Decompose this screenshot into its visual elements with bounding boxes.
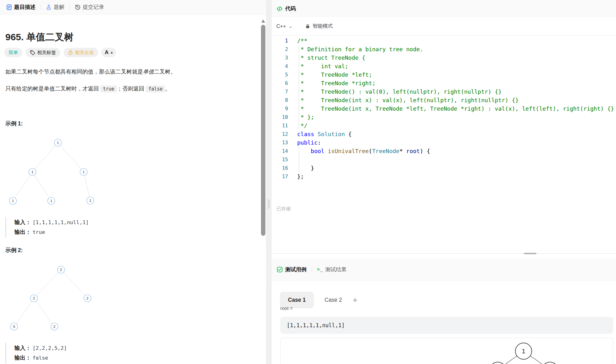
add-case-button[interactable]: + [352, 295, 357, 305]
svg-text:1: 1 [57, 141, 59, 145]
tab-solutions[interactable]: 题解 [45, 3, 66, 11]
terminal-icon: >_ [317, 267, 323, 272]
line-number: 11 [272, 121, 288, 130]
code-line: 16 } [272, 164, 616, 172]
problem-tabbar: 题目描述 题解 提交记录 [0, 0, 266, 14]
smart-mode-toggle[interactable]: 智能模式 [305, 23, 333, 30]
code-panel-title: 代码 [285, 5, 296, 12]
tab-divider [69, 5, 70, 10]
test-tree-visualization: 1 [280, 338, 613, 364]
tab-divider [312, 267, 312, 272]
description-paragraph-1: 如果二叉树每个节点都具有相同的值，那么该二叉树就是单值二叉树。 [5, 67, 207, 76]
tab-testresult[interactable]: >_ 测试结果 [317, 266, 347, 273]
line-number: 9 [272, 104, 288, 113]
svg-text:1: 1 [83, 170, 85, 174]
code-chip-false: false [146, 85, 165, 92]
difficulty-badge[interactable]: 简单 [4, 48, 22, 57]
example-2-io: 输入： [2,2,2,5,2] 输出： false [5, 343, 200, 363]
tag-row: 简单 相关标签 相关企业 Ax [4, 48, 116, 57]
svg-text:2: 2 [60, 268, 62, 272]
line-number: 3 [272, 53, 288, 62]
svg-text:1: 1 [50, 199, 52, 203]
line-number: 17 [272, 172, 288, 181]
tab-testcase[interactable]: 测试用例 [277, 266, 307, 273]
example-2-label: 示例 2: [5, 246, 23, 254]
code-line: 2 * Definition for a binary tree node. [272, 45, 616, 53]
lock-icon [68, 50, 73, 55]
mode-lock-icon [305, 24, 310, 29]
language-label: C++ [276, 24, 286, 29]
line-number: 13 [272, 138, 288, 147]
svg-text:1: 1 [522, 347, 525, 355]
code-line: 11 */ [272, 121, 616, 130]
example-1-output: true [32, 229, 45, 235]
problem-panel: 题目描述 题解 提交记录 965. 单值二叉树 简单 [0, 0, 266, 364]
code-toolbar: C++ ⌄ 智能模式 [272, 17, 616, 35]
test-panel-tabbar: 测试用例 >_ 测试结果 [272, 258, 616, 281]
tab-testcase-label: 测试用例 [285, 266, 307, 273]
code-line: 12class Solution { [272, 130, 616, 138]
line-number: 1 [272, 36, 288, 45]
text-size-button[interactable]: Ax [101, 48, 116, 57]
svg-text:2: 2 [33, 296, 35, 300]
example-1-tree: 1 1 1 1 1 1 [0, 138, 104, 207]
example-2-input: [2,2,2,5,2] [32, 345, 67, 351]
line-number: 7 [272, 87, 288, 96]
line-number: 12 [272, 130, 288, 138]
history-clock-icon [75, 4, 80, 10]
line-number: 6 [272, 79, 288, 87]
panel-divider-handle[interactable] [268, 199, 270, 209]
line-number: 4 [272, 62, 288, 70]
indent-guide [299, 147, 299, 172]
code-line: 14 bool isUnivalTree(TreeNode* root) { [272, 147, 616, 155]
code-line: 10 * }; [272, 113, 616, 121]
svg-text:1: 1 [12, 199, 14, 203]
horizontal-split-line [272, 253, 616, 254]
language-selector[interactable]: C++ ⌄ [276, 24, 292, 29]
line-number: 8 [272, 96, 288, 104]
code-line: 1/** [272, 36, 616, 45]
line-number: 5 [272, 70, 288, 79]
param-label: root = [280, 306, 293, 311]
scroll-up-arrow[interactable] [261, 19, 265, 23]
tab-solutions-label: 题解 [54, 3, 64, 11]
related-companies-button[interactable]: 相关企业 [64, 48, 98, 57]
code-line: 7 * TreeNode() : val(0), left(nullptr), … [272, 87, 616, 96]
smart-mode-label: 智能模式 [313, 23, 333, 30]
flask-icon [46, 4, 52, 10]
case-2-tab[interactable]: Case 2 [325, 297, 342, 303]
checkbox-check-icon [277, 267, 283, 273]
tab-testresult-label: 测试结果 [325, 266, 347, 273]
svg-text:2: 2 [53, 325, 55, 328]
code-line: 17}; [272, 172, 616, 181]
line-number: 14 [272, 147, 288, 155]
code-editor[interactable]: 1/**2 * Definition for a binary tree nod… [272, 35, 616, 243]
code-line: 3 * struct TreeNode { [272, 53, 616, 62]
indent-guide [299, 45, 299, 130]
related-tags-button[interactable]: 相关标签 [25, 48, 60, 57]
example-1-io: 输入： [1,1,1,1,1,null,1] 输出： true [5, 217, 200, 238]
svg-text:1: 1 [89, 199, 91, 202]
left-scrollbar-thumb[interactable] [261, 25, 265, 236]
chevron-down-icon: ⌄ [288, 24, 293, 29]
test-tree-svg: 1 [280, 338, 613, 364]
code-line: 9 * TreeNode(int x, TreeNode *left, Tree… [272, 104, 616, 113]
code-line: 5 * TreeNode *left; [272, 70, 616, 79]
line-number: 15 [272, 155, 288, 164]
problem-content: 965. 单值二叉树 简单 相关标签 相关企业 [0, 14, 266, 364]
tag-icon [30, 50, 35, 55]
saved-status: 已存储 [276, 206, 291, 212]
tab-divider [41, 5, 41, 10]
example-1-label: 示例 1: [5, 120, 23, 127]
code-line: 13public: [272, 138, 616, 147]
panel-divider[interactable] [266, 0, 272, 364]
test-input-field[interactable]: [1,1,1,1,1,null,1] [280, 317, 613, 334]
tab-submissions[interactable]: 提交记录 [74, 3, 105, 11]
line-number: 16 [272, 164, 288, 172]
example-2-tree: 2 2 2 5 2 [0, 266, 104, 334]
tab-description[interactable]: 题目描述 [5, 3, 37, 11]
svg-text:1: 1 [31, 170, 33, 174]
example-1-input: [1,1,1,1,1,null,1] [32, 219, 89, 225]
horizontal-split-handle[interactable] [524, 253, 536, 254]
example-2-output: false [32, 355, 48, 361]
